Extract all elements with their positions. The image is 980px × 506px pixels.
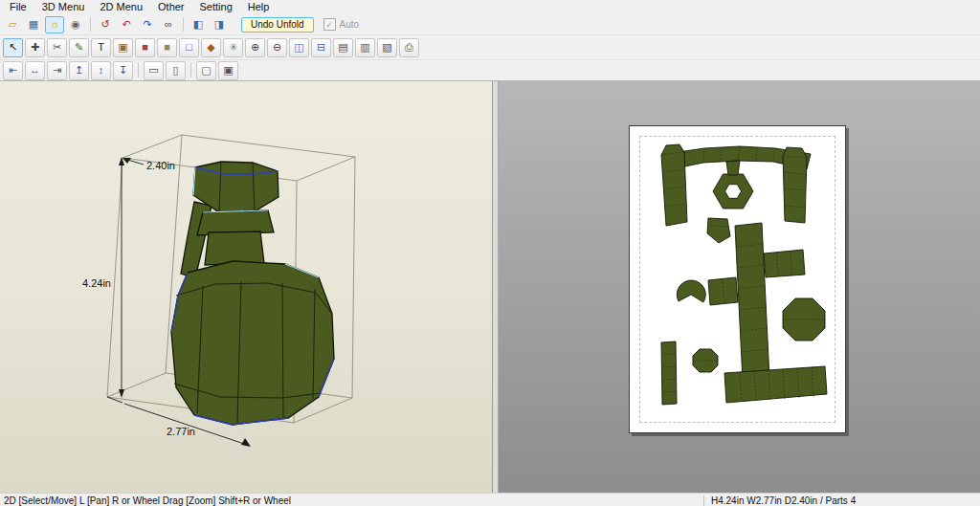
select-parts-icon[interactable]: ▣ (218, 61, 238, 80)
align-right-icon[interactable]: ⇥ (47, 61, 67, 80)
align-middle-icon[interactable]: ↕ (91, 61, 111, 80)
rotate-cw-icon[interactable]: ↷ (138, 16, 157, 33)
auto-checkbox-label: Auto (340, 19, 360, 30)
grenade-3d-model[interactable] (171, 162, 334, 425)
joint-edit-icon[interactable]: ∞ (159, 16, 178, 33)
2d-canvas[interactable] (630, 126, 845, 432)
material-icon[interactable]: ◆ (201, 38, 221, 57)
snapshot-icon[interactable]: ◉ (66, 16, 85, 33)
move-page-icon[interactable]: ✚ (25, 38, 45, 57)
menu-item-help[interactable]: Help (240, 0, 278, 14)
align-left-icon[interactable]: ⇤ (3, 61, 23, 80)
menu-item-other[interactable]: Other (150, 0, 192, 14)
print-icon[interactable]: ⎙ (399, 38, 419, 57)
viewport-3d[interactable]: 2.40in 4.24in 2.77in (0, 81, 493, 494)
toolbar-main: ▱▦☼◉↺↶↷∞◧◨ Undo Unfold ✓ Auto (0, 14, 980, 35)
3d-canvas[interactable]: 2.40in 4.24in 2.77in (0, 81, 492, 494)
dim-width-label: 2.40in (146, 160, 175, 171)
status-model-info: H4.24in W2.77in D2.40in / Parts 4 (703, 495, 856, 506)
toolbar-separator (90, 17, 91, 32)
main-split-view: 2.40in 4.24in 2.77in (0, 80, 980, 494)
toolbar-tools-icons: ↖✚✂✎T▣■■□◆✳⊕⊖◫⊟▤▥▧⎙ (2, 38, 420, 57)
split-window-icon[interactable]: ◫ (289, 38, 309, 57)
unfolded-part-bottom-strip[interactable] (724, 366, 827, 403)
edge-color-icon[interactable]: ✎ (69, 38, 89, 57)
image-tool-icon[interactable]: ▣ (113, 38, 133, 57)
arrange-parts-icon[interactable]: ▭ (144, 61, 164, 80)
unfolded-part-left-arm[interactable] (708, 277, 738, 305)
menu-item-setting[interactable]: Setting (192, 0, 240, 14)
dim-height-label: 4.24in (82, 277, 111, 289)
texture-window-icon[interactable]: ▥ (355, 38, 375, 57)
status-bar: 2D [Select/Move] L [Pan] R or Wheel Drag… (0, 493, 980, 506)
menu-bar: File3D Menu2D MenuOtherSettingHelp (0, 0, 980, 14)
open-file-icon[interactable]: ▱ (3, 16, 22, 33)
layout-2d-pane-icon[interactable]: ◨ (210, 16, 229, 33)
page-setup-icon[interactable]: ▯ (166, 61, 186, 80)
layout-3d-pane-icon[interactable]: ◧ (189, 16, 208, 33)
toolbar-tools: ↖✚✂✎T▣■■□◆✳⊕⊖◫⊟▤▥▧⎙ (0, 35, 980, 60)
light-toggle-icon[interactable]: ☼ (45, 16, 64, 33)
menu-item-file[interactable]: File (2, 0, 34, 14)
save-file-icon[interactable]: ▦ (24, 16, 43, 33)
rotate-ccw-icon[interactable]: ↶ (117, 16, 136, 33)
unfolded-part-narrow-strip[interactable] (661, 341, 677, 405)
unfolded-part-hex-ring[interactable] (713, 161, 753, 209)
pattern-page[interactable] (629, 125, 846, 433)
grenade-body[interactable] (171, 261, 334, 425)
toolbar-separator (183, 17, 184, 32)
wireframe-view-icon[interactable]: □ (179, 38, 199, 57)
unfolded-part-octagon-small[interactable] (693, 349, 718, 372)
menu-item-2d-menu[interactable]: 2D Menu (92, 0, 150, 14)
align-bottom-icon[interactable]: ↧ (113, 61, 133, 80)
grenade-neck[interactable] (205, 231, 264, 265)
unfolded-part-left-strip[interactable] (661, 144, 687, 226)
toolbar-align: ⇤↔⇥↥↕↧▭▯▢▣ (0, 60, 980, 80)
status-hint-text: 2D [Select/Move] L [Pan] R or Wheel Drag… (0, 495, 291, 506)
texture-view-icon[interactable]: ■ (157, 38, 177, 57)
toolbar-align-icons: ⇤↔⇥↥↕↧▭▯▢▣ (2, 61, 239, 80)
unfolded-part-right-arm[interactable] (764, 250, 805, 277)
unfolded-part-knob[interactable] (677, 280, 705, 302)
merge-window-icon[interactable]: ⊟ (311, 38, 331, 57)
unfolded-part-right-strip[interactable] (783, 147, 807, 223)
undo-unfold-button[interactable]: Undo Unfold (241, 17, 314, 33)
text-tool-icon[interactable]: T (91, 38, 111, 57)
toolbar-separator (138, 63, 139, 77)
reset-view-icon[interactable]: ↺ (96, 16, 115, 33)
select-move-icon[interactable]: ↖ (3, 38, 23, 57)
auto-checkbox[interactable]: ✓ (323, 18, 336, 31)
sheet-list-icon[interactable]: ▤ (333, 38, 353, 57)
menu-item-3d-menu[interactable]: 3D Menu (34, 0, 93, 14)
toolbar-separator (190, 63, 191, 77)
unfolded-part-pentagon[interactable] (707, 218, 730, 243)
dim-depth-label: 2.77in (167, 426, 195, 437)
repair-icon[interactable]: ✳ (223, 38, 243, 57)
toolbar-main-icons: ▱▦☼◉↺↶↷∞◧◨ (2, 16, 230, 33)
select-rect-icon[interactable]: ▢ (196, 61, 216, 80)
auto-checkbox-wrap: ✓ Auto (323, 18, 360, 31)
viewport-2d[interactable] (499, 81, 980, 494)
check-2d3d-icon[interactable]: ⊕ (245, 38, 265, 57)
solid-view-icon[interactable]: ■ (135, 38, 155, 57)
export-icon[interactable]: ▧ (377, 38, 397, 57)
measure-icon[interactable]: ⊖ (267, 38, 287, 57)
divide-edge-icon[interactable]: ✂ (47, 38, 67, 57)
unfolded-part-octagon-large[interactable] (783, 298, 825, 341)
align-top-icon[interactable]: ↥ (69, 61, 89, 80)
align-center-h-icon[interactable]: ↔ (25, 61, 45, 80)
